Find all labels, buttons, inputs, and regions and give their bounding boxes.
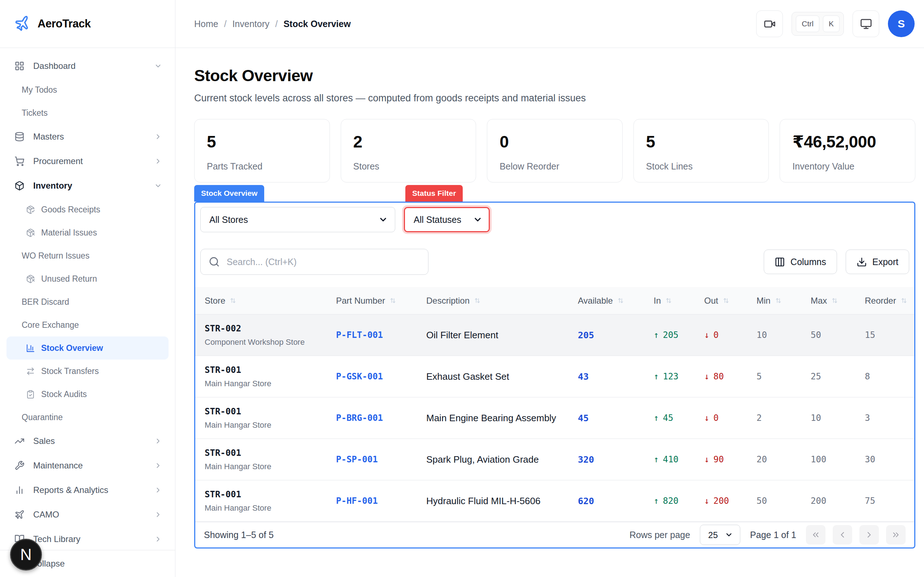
sidebar-item-procurement[interactable]: Procurement: [0, 149, 175, 174]
annotation-stock-overview: Stock Overview: [194, 185, 264, 201]
sidebar-item-reports-analytics[interactable]: Reports & Analytics: [0, 478, 175, 502]
video-call-button[interactable]: [756, 10, 783, 37]
breadcrumb: Home / Inventory / Stock Overview: [194, 19, 351, 29]
export-button[interactable]: Export: [846, 250, 909, 274]
last-page-button[interactable]: [886, 525, 906, 545]
sidebar-item-label: My Todos: [22, 85, 57, 95]
out-value: 80: [713, 371, 724, 382]
part-number-link[interactable]: P-HF-001: [336, 496, 378, 506]
chevron-right-icon: [154, 486, 162, 494]
reorder-cell: 15: [865, 330, 914, 340]
column-header-in[interactable]: In: [654, 296, 704, 306]
out-cell: ↓90: [704, 455, 756, 464]
sidebar-item-label: CAMO: [33, 509, 59, 520]
table-row[interactable]: STR-001Main Hangar StoreP-BRG-001Main En…: [195, 397, 914, 439]
breadcrumb-home[interactable]: Home: [194, 19, 218, 29]
table-row[interactable]: STR-001Main Hangar StoreP-GSK-001Exhaust…: [195, 356, 914, 397]
store-code: STR-001: [205, 365, 336, 375]
brand[interactable]: AeroTrack: [0, 0, 175, 48]
breadcrumb-inventory[interactable]: Inventory: [233, 19, 270, 29]
part-number-link[interactable]: P-GSK-001: [336, 371, 383, 382]
sidebar-item-maintenance[interactable]: Maintenance: [0, 453, 175, 478]
max-cell: 10: [811, 413, 865, 423]
sidebar-item-wo-return-issues[interactable]: WO Return Issues: [0, 244, 175, 267]
min-cell: 20: [756, 455, 811, 464]
sidebar-item-masters[interactable]: Masters: [0, 124, 175, 149]
sidebar-item-goods-receipts[interactable]: Goods Receipts: [0, 198, 175, 221]
table-row[interactable]: STR-002Component Workshop StoreP-FLT-001…: [195, 314, 914, 356]
sidebar-item-tickets[interactable]: Tickets: [0, 102, 175, 124]
chevron-right-icon: [154, 157, 162, 165]
display-button[interactable]: [853, 10, 879, 37]
sidebar-item-sales[interactable]: Sales: [0, 429, 175, 453]
columns-button[interactable]: Columns: [764, 250, 837, 274]
shortcut-hint[interactable]: Ctrl K: [792, 12, 844, 36]
part-number-link[interactable]: P-SP-001: [336, 455, 378, 464]
sidebar-item-core-exchange[interactable]: Core Exchange: [0, 313, 175, 337]
main-area: Home / Inventory / Stock Overview Ctrl K: [175, 0, 924, 577]
video-icon: [764, 18, 775, 30]
column-header-max[interactable]: Max: [811, 296, 865, 306]
rows-per-page-select[interactable]: 25: [700, 525, 740, 545]
status-filter-select[interactable]: All Statuses: [404, 207, 490, 232]
part-number-link[interactable]: P-BRG-001: [336, 413, 383, 423]
search-input[interactable]: [200, 249, 428, 275]
sidebar-item-stock-transfers[interactable]: Stock Transfers: [0, 359, 175, 383]
in-flow: ↑410: [654, 455, 704, 464]
user-avatar[interactable]: S: [888, 10, 914, 37]
sidebar-item-my-todos[interactable]: My Todos: [0, 78, 175, 102]
sidebar-item-stock-overview[interactable]: Stock Overview: [6, 337, 168, 359]
column-header-part-number[interactable]: Part Number: [336, 296, 426, 306]
sidebar-item-material-issues[interactable]: Material Issues: [0, 221, 175, 244]
sidebar-item-stock-audits[interactable]: Stock Audits: [0, 383, 175, 406]
in-flow: ↑45: [654, 413, 704, 423]
nextjs-dev-badge[interactable]: N: [10, 539, 42, 571]
store-filter-select[interactable]: All Stores: [200, 207, 395, 232]
store-code: STR-001: [205, 448, 336, 458]
sidebar-item-label: Procurement: [33, 156, 82, 166]
sidebar-item-unused-return[interactable]: Unused Return: [0, 267, 175, 290]
chevrons-left-icon: [811, 530, 821, 540]
column-header-reorder[interactable]: Reorder: [865, 296, 914, 306]
sidebar-item-camo[interactable]: CAMO: [0, 502, 175, 527]
max-value: 25: [811, 371, 821, 382]
part-number-link[interactable]: P-FLT-001: [336, 330, 383, 340]
min-value: 5: [756, 371, 762, 382]
sort-icon: [229, 297, 237, 305]
stats-row: 5Parts Tracked2Stores0Below Reorder5Stoc…: [194, 119, 915, 182]
stat-card-stores: 2Stores: [341, 119, 477, 182]
chevron-left-icon: [838, 530, 847, 540]
monitor-icon: [860, 18, 872, 30]
sidebar-item-inventory[interactable]: Inventory: [0, 174, 175, 198]
out-value: 90: [713, 455, 724, 464]
in-value: 410: [663, 455, 678, 464]
column-header-description[interactable]: Description: [426, 296, 578, 306]
rows-per-page: 25: [700, 525, 740, 545]
sidebar-item-ber-discard[interactable]: BER Discard: [0, 290, 175, 313]
column-header-store[interactable]: Store: [195, 296, 336, 306]
stat-label: Below Reorder: [499, 161, 610, 172]
stat-card-stock-lines: 5Stock Lines: [633, 119, 769, 182]
next-page-button[interactable]: [859, 525, 879, 545]
column-header-label: Max: [811, 296, 827, 306]
available-cell: 320: [578, 455, 654, 465]
sidebar-item-dashboard[interactable]: Dashboard: [0, 54, 175, 78]
store-name: Component Workshop Store: [205, 338, 336, 347]
sidebar-item-label: Core Exchange: [22, 320, 79, 330]
part-number-cell: P-HF-001: [336, 496, 426, 506]
first-page-button[interactable]: [806, 525, 825, 545]
down-arrow-icon: ↓: [704, 413, 709, 423]
chevron-right-icon: [864, 530, 874, 540]
in-cell: ↑205: [654, 330, 704, 340]
sidebar-item-label: Reports & Analytics: [33, 485, 108, 495]
column-header-out[interactable]: Out: [704, 296, 756, 306]
up-arrow-icon: ↑: [654, 455, 659, 464]
min-cell: 10: [756, 330, 811, 340]
prev-page-button[interactable]: [833, 525, 852, 545]
column-header-min[interactable]: Min: [756, 296, 811, 306]
min-value: 2: [756, 413, 762, 423]
table-row[interactable]: STR-001Main Hangar StoreP-SP-001Spark Pl…: [195, 439, 914, 480]
column-header-available[interactable]: Available: [578, 296, 654, 306]
sidebar-item-quarantine[interactable]: Quarantine: [0, 406, 175, 429]
table-row[interactable]: STR-001Main Hangar StoreP-HF-001Hydrauli…: [195, 480, 914, 522]
